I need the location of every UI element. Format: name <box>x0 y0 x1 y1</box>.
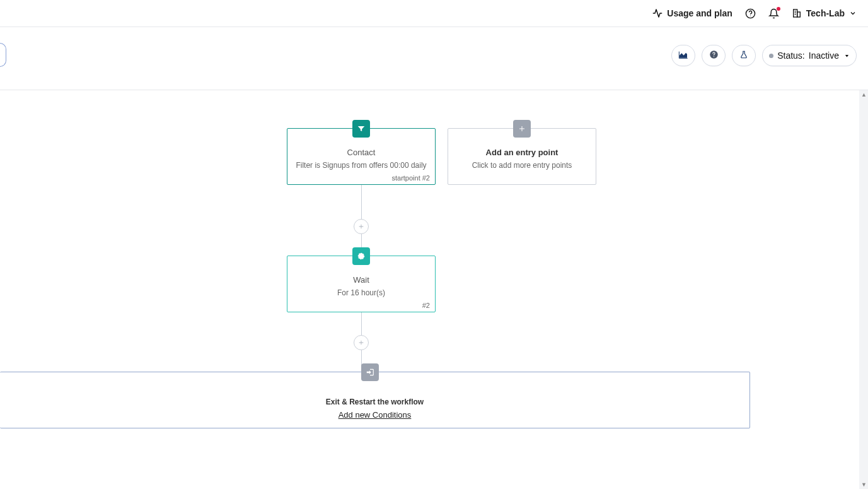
node-title: Exit & Restart the workflow <box>0 398 749 406</box>
chevron-down-icon <box>849 9 857 17</box>
topbar: Usage and plan Tech-Lab <box>0 0 868 27</box>
status-dropdown[interactable]: Status: Inactive <box>762 45 857 66</box>
add-step-button[interactable] <box>354 219 369 234</box>
area-chart-icon <box>678 50 688 61</box>
test-button[interactable] <box>732 45 756 66</box>
activity-icon <box>652 8 663 18</box>
analytics-button[interactable] <box>671 45 695 66</box>
building-icon <box>792 8 802 18</box>
notifications-icon[interactable] <box>768 8 779 19</box>
add-entry-point-node[interactable]: Add an entry point Click to add more ent… <box>448 128 596 185</box>
node-title: Contact <box>287 148 435 157</box>
notification-dot <box>777 7 780 11</box>
flask-icon <box>739 50 748 61</box>
scroll-up-icon: ▲ <box>861 91 867 98</box>
left-pill-fragment[interactable] <box>0 43 6 67</box>
usage-and-plan-link[interactable]: Usage and plan <box>652 8 732 18</box>
question-circle-icon <box>709 50 719 61</box>
wait-icon <box>352 247 370 265</box>
node-title: Wait <box>287 275 435 285</box>
svg-point-10 <box>714 56 714 57</box>
scrollbar[interactable]: ▲ ▼ <box>859 90 868 489</box>
svg-marker-11 <box>845 55 848 57</box>
plus-icon <box>513 120 531 138</box>
org-label: Tech-Lab <box>806 8 845 18</box>
status-value: Inactive <box>809 50 839 61</box>
exit-icon <box>361 363 379 381</box>
help-button[interactable] <box>702 45 726 66</box>
node-subtitle: Click to add more entry points <box>448 161 596 170</box>
status-dot-icon <box>769 54 773 58</box>
node-title: Add an entry point <box>448 148 596 157</box>
svg-point-12 <box>358 253 364 259</box>
add-conditions-link[interactable]: Add new Conditions <box>0 410 749 420</box>
help-icon[interactable] <box>745 8 756 19</box>
node-corner-label: #2 <box>422 302 430 309</box>
caret-down-icon <box>844 50 850 61</box>
wait-node[interactable]: Wait For 16 hour(s) #2 <box>287 256 436 312</box>
node-subtitle: For 16 hour(s) <box>287 288 435 297</box>
filter-icon <box>352 120 370 138</box>
usage-label: Usage and plan <box>667 8 732 18</box>
toolbar-right: Status: Inactive <box>671 45 857 66</box>
node-corner-label: startpoint #2 <box>391 174 430 182</box>
node-subtitle: Filter is Signups from offers 00:00 dail… <box>287 161 435 170</box>
toolbar: 25 Status: Inactive <box>0 27 868 90</box>
workflow-canvas[interactable]: Contact Filter is Signups from offers 00… <box>0 90 868 489</box>
scroll-down-icon: ▼ <box>861 481 867 488</box>
status-prefix: Status: <box>777 50 805 61</box>
exit-restart-node[interactable]: Exit & Restart the workflow Add new Cond… <box>0 372 750 428</box>
add-step-button[interactable] <box>354 335 369 350</box>
svg-point-1 <box>750 15 751 16</box>
org-switcher[interactable]: Tech-Lab <box>792 8 857 18</box>
svg-rect-3 <box>797 12 800 17</box>
contact-node[interactable]: Contact Filter is Signups from offers 00… <box>287 128 436 185</box>
